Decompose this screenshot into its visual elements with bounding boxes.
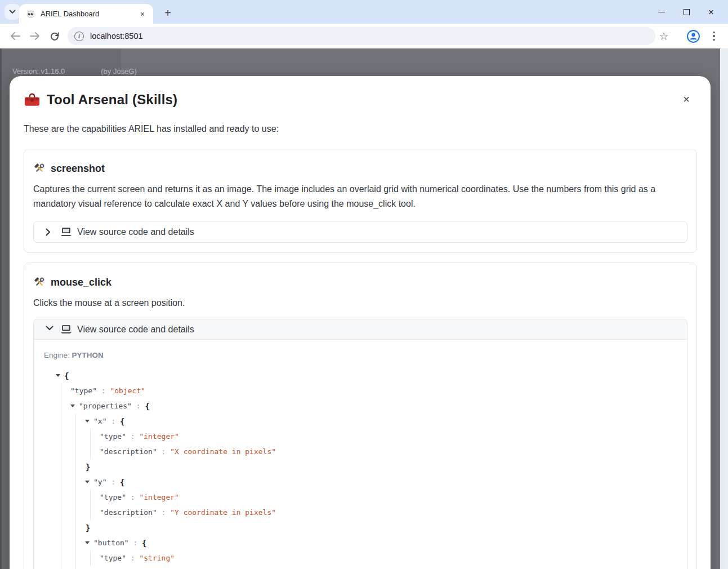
collapse-triangle-icon[interactable]	[85, 541, 93, 544]
new-tab-button[interactable]: +	[160, 5, 176, 21]
json-close-brace: }	[85, 459, 687, 474]
expander-screenshot-source[interactable]: View source code and details	[33, 221, 687, 243]
forward-button[interactable]	[26, 28, 43, 45]
json-leaf-type: "type" : "object"	[70, 383, 687, 398]
json-leaf-type: "type" : "integer"	[100, 429, 687, 444]
url-bar[interactable]: i localhost:8501	[68, 27, 655, 45]
json-leaf-type: "type" : "string"	[100, 550, 687, 566]
minimize-icon	[658, 12, 665, 12]
json-group: "type" : "integer""description" : "X coo…	[90, 429, 687, 459]
json-schema-viewer: {"type" : "object""properties" : {"x" : …	[56, 368, 687, 569]
laptop-icon	[60, 324, 72, 334]
json-root-node[interactable]: {	[56, 368, 687, 383]
chevron-down-icon	[9, 10, 16, 14]
chevron-right-icon	[46, 228, 53, 236]
window-minimize-button[interactable]	[649, 0, 674, 24]
collapse-triangle-icon[interactable]	[70, 404, 79, 407]
bookmark-star-icon[interactable]: ☆	[655, 28, 672, 45]
reload-button[interactable]	[46, 28, 63, 45]
json-group: "x" : {"type" : "integer""description" :…	[75, 414, 687, 569]
maximize-icon	[684, 9, 690, 15]
window-controls: ×	[649, 0, 723, 24]
page-scrollbar[interactable]	[720, 48, 728, 569]
url-text: localhost:8501	[90, 32, 143, 41]
json-node-button[interactable]: "button" : {	[85, 535, 687, 550]
back-arrow-icon	[10, 32, 20, 40]
site-info-icon[interactable]: i	[74, 32, 84, 41]
json-group: "type" : "object""properties" : {"x" : {…	[61, 383, 687, 569]
profile-avatar-icon[interactable]	[685, 28, 702, 45]
expander-mouse-click-source: View source code and details Engine: PYT…	[33, 319, 687, 569]
window-left-edge	[0, 48, 2, 569]
hammer-wrench-icon	[33, 276, 46, 288]
chevron-down-icon	[46, 326, 53, 334]
tool-description: Clicks the mouse at a screen position.	[33, 296, 684, 310]
tool-description: Captures the current screen and returns …	[33, 182, 684, 211]
tool-header: screenshot	[33, 162, 687, 175]
dimmed-page-overlay: Version: v1.16.0(by JoseG) × Tool Arsena…	[0, 48, 728, 569]
hammer-wrench-icon	[33, 162, 46, 175]
window-maximize-button[interactable]	[674, 0, 699, 24]
toolbox-icon	[24, 92, 41, 107]
tab-search-button[interactable]	[5, 4, 20, 20]
back-button[interactable]	[7, 28, 24, 45]
browser-tab-strip: ARIEL Dashboard × + ×	[0, 0, 728, 24]
json-node-y[interactable]: "y" : {	[85, 474, 687, 490]
json-group: "type" : "string"	[90, 550, 687, 566]
engine-label: Engine:	[44, 351, 70, 359]
engine-caption: Engine: PYTHON	[44, 351, 687, 359]
dialog-close-icon[interactable]: ×	[678, 91, 695, 108]
json-node-x[interactable]: "x" : {	[85, 414, 687, 429]
robot-favicon-icon	[26, 9, 35, 19]
collapse-triangle-icon[interactable]	[85, 481, 93, 483]
tool-header: mouse_click	[33, 276, 687, 288]
reload-icon	[50, 32, 59, 41]
version-label: Version: v1.16.0	[12, 67, 65, 75]
json-close-brace: }	[85, 566, 687, 569]
tool-card-mouse-click: mouse_click Clicks the mouse at a screen…	[24, 263, 697, 569]
engine-value: PYTHON	[72, 351, 104, 359]
json-node-properties[interactable]: "properties" : {	[70, 398, 687, 414]
json-leaf-description: "description" : "X coordinate in pixels"	[100, 444, 687, 459]
browser-menu-kebab-icon[interactable]	[706, 28, 722, 45]
version-caption: Version: v1.16.0(by JoseG)	[12, 67, 137, 75]
expander-label: View source code and details	[77, 227, 194, 237]
forward-arrow-icon	[30, 32, 40, 40]
expander-label: View source code and details	[77, 324, 194, 335]
author-label: (by JoseG)	[101, 67, 137, 75]
tool-card-screenshot: screenshot Captures the current screen a…	[24, 149, 697, 253]
dialog-intro-text: These are the capabilities ARIEL has ins…	[24, 124, 697, 134]
collapse-triangle-icon[interactable]	[85, 420, 93, 423]
json-group: "type" : "integer""description" : "Y coo…	[90, 490, 687, 520]
tab-title: ARIEL Dashboard	[41, 10, 137, 18]
laptop-icon	[60, 227, 72, 237]
expander-header[interactable]: View source code and details	[34, 319, 687, 340]
tool-name: screenshot	[51, 163, 105, 175]
json-leaf-description: "description" : "Y coordinate in pixels"	[100, 505, 687, 520]
tab-close-icon[interactable]: ×	[137, 9, 148, 19]
browser-tab-ariel-dashboard[interactable]: ARIEL Dashboard ×	[19, 4, 153, 24]
json-leaf-type: "type" : "integer"	[100, 490, 687, 505]
dialog-header: Tool Arsenal (Skills)	[24, 92, 697, 108]
tool-name: mouse_click	[51, 277, 111, 288]
window-close-button[interactable]: ×	[699, 0, 723, 24]
tool-arsenal-dialog: × Tool Arsenal (Skills) These are the ca…	[10, 76, 711, 569]
collapse-triangle-icon[interactable]	[56, 374, 64, 377]
window-close-icon: ×	[708, 7, 714, 17]
dialog-title: Tool Arsenal (Skills)	[47, 92, 177, 108]
expander-body: Engine: PYTHON {"type" : "object""proper…	[34, 340, 687, 569]
json-close-brace: }	[85, 520, 687, 535]
browser-toolbar: i localhost:8501 ☆	[0, 24, 728, 48]
